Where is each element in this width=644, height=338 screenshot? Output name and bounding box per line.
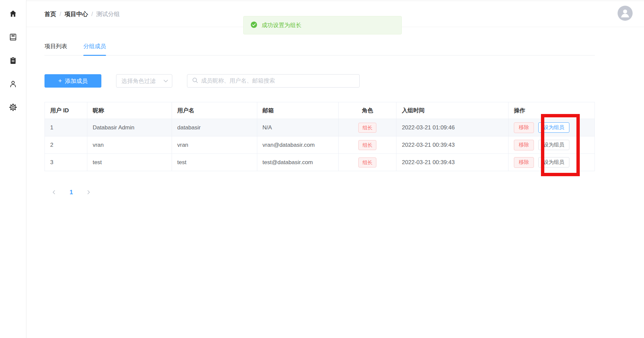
cell-user-id: 3 — [45, 154, 87, 171]
col-header-user-id: 用户 ID — [45, 102, 87, 119]
cell-username: databasir — [172, 119, 257, 136]
table-row: 3 test test test@databasir.com 组长 2022-0… — [45, 154, 595, 171]
plus-icon: + — [58, 78, 62, 84]
tab-bar: 项目列表 分组成员 — [44, 42, 595, 55]
home-icon — [9, 9, 17, 19]
col-header-role: 角色 — [339, 102, 396, 119]
cell-join-time: 2022-03-21 00:39:43 — [396, 136, 509, 154]
chevron-left-icon — [52, 190, 56, 195]
check-circle-icon — [251, 21, 257, 29]
col-header-actions: 操作 — [509, 102, 595, 119]
role-badge: 组长 — [358, 123, 376, 133]
breadcrumb-item-current-group: 测试分组 — [96, 10, 120, 18]
gear-icon — [9, 103, 17, 113]
sidebar-item-tasks[interactable] — [9, 57, 17, 66]
cell-email: N/A — [257, 119, 339, 136]
sidebar-item-projects[interactable] — [9, 33, 17, 42]
user-icon — [9, 80, 17, 90]
sidebar-item-settings[interactable] — [9, 104, 17, 112]
pagination-next-button[interactable] — [83, 187, 94, 198]
add-member-label: 添加成员 — [65, 77, 88, 85]
set-as-member-button[interactable]: 设为组员 — [538, 140, 569, 150]
cell-username: vran — [172, 136, 257, 154]
user-avatar[interactable] — [618, 6, 633, 21]
member-search-box — [187, 74, 360, 88]
cell-user-id: 1 — [45, 119, 87, 136]
cell-join-time: 2022-03-21 00:39:43 — [396, 154, 509, 171]
cell-nickname: vran — [87, 136, 172, 154]
set-as-member-button[interactable]: 设为组员 — [538, 122, 569, 133]
chevron-down-icon — [164, 78, 168, 84]
col-header-join-time: 入组时间 — [396, 102, 509, 119]
col-header-nickname: 昵称 — [87, 102, 172, 119]
breadcrumb-item-project-center[interactable]: 项目中心 — [65, 10, 88, 18]
toast-message: 成功设置为组长 — [262, 21, 301, 29]
role-filter-select[interactable]: 选择角色过滤 — [116, 74, 172, 88]
breadcrumb-separator: / — [91, 11, 93, 18]
chevron-right-icon — [87, 190, 91, 195]
cell-user-id: 2 — [45, 136, 87, 154]
cell-email: test@databasir.com — [257, 154, 339, 171]
avatar-person-icon — [618, 6, 633, 21]
sidebar — [0, 0, 26, 338]
role-badge: 组长 — [358, 140, 376, 150]
success-toast: 成功设置为组长 — [243, 16, 402, 34]
remove-member-button[interactable]: 移除 — [514, 122, 534, 133]
add-member-button[interactable]: + 添加成员 — [44, 74, 101, 88]
page: 首页 / 项目中心 / 测试分组 成功设置为组长 项目列表 分组成员 + 添加成… — [0, 0, 644, 338]
tab-group-members[interactable]: 分组成员 — [83, 42, 106, 55]
role-filter-placeholder: 选择角色过滤 — [121, 77, 156, 85]
breadcrumb-separator: / — [60, 11, 61, 18]
table-row: 2 vran vran vran@databasir.com 组长 2022-0… — [45, 136, 595, 154]
set-as-member-button[interactable]: 设为组员 — [538, 157, 569, 167]
role-badge: 组长 — [358, 157, 376, 167]
cell-email: vran@databasir.com — [257, 136, 339, 154]
cell-username: test — [172, 154, 257, 171]
sidebar-item-home[interactable] — [9, 10, 17, 19]
member-search-input[interactable] — [201, 78, 355, 84]
search-icon — [192, 77, 198, 85]
sidebar-item-users[interactable] — [9, 80, 17, 89]
top-border-line — [0, 1, 644, 1]
clipboard-icon — [9, 56, 17, 66]
table-row: 1 Databasir Admin databasir N/A 组长 2022-… — [45, 119, 595, 136]
pagination-prev-button[interactable] — [48, 187, 60, 198]
cell-nickname: Databasir Admin — [87, 119, 172, 136]
book-icon — [9, 33, 17, 43]
table-header-row: 用户 ID 昵称 用户名 邮箱 角色 入组时间 操作 — [45, 102, 595, 119]
tab-project-list[interactable]: 项目列表 — [44, 42, 67, 55]
members-table: 用户 ID 昵称 用户名 邮箱 角色 入组时间 操作 1 Databasir A… — [44, 102, 595, 171]
breadcrumb: 首页 / 项目中心 / 测试分组 — [44, 10, 120, 18]
remove-member-button[interactable]: 移除 — [514, 140, 534, 150]
pagination-page-1[interactable]: 1 — [66, 187, 77, 198]
remove-member-button[interactable]: 移除 — [514, 157, 534, 168]
pagination: 1 — [48, 187, 94, 198]
cell-join-time: 2022-03-21 01:09:46 — [396, 119, 509, 136]
col-header-username: 用户名 — [172, 102, 257, 119]
col-header-email: 邮箱 — [257, 102, 339, 119]
breadcrumb-item-home[interactable]: 首页 — [44, 10, 56, 18]
cell-nickname: test — [87, 154, 172, 171]
